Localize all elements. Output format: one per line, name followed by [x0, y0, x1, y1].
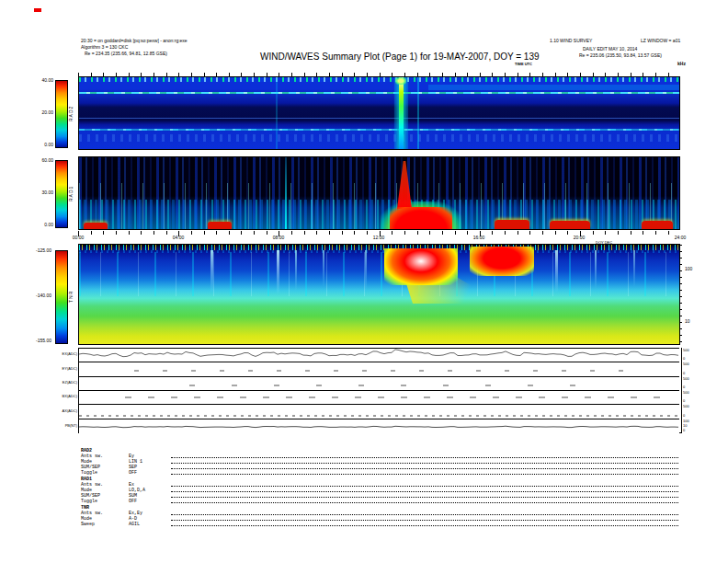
rad2-colorbar [55, 80, 68, 148]
line-panel-ex [79, 348, 679, 362]
rad1-red-patch-3 [495, 220, 529, 229]
header-left-line1: 20:30 = on goddard=disk [pq:so:pexw] - a… [81, 38, 188, 43]
line-panel-ey [79, 362, 679, 377]
tnr-cbar-tick-min: -155.00 [22, 338, 51, 343]
rad2-faint-streak-2 [417, 77, 419, 149]
pb-trace [79, 419, 679, 433]
line-panel-pb [79, 419, 679, 433]
footer-rad2-row-4: Toggle OFF [81, 470, 678, 476]
rad1-cyan-burst [285, 157, 287, 229]
wind-waves-summary-plot: 20:30 = on goddard=disk [pq:so:pexw] - a… [0, 0, 728, 563]
time-tick-0000: 00:00 [73, 235, 85, 240]
ez-trace [79, 377, 679, 391]
header-left-position: Re = 234.35 (235.66, 94.81, 12.85 GSE) [85, 51, 167, 56]
header-right-version: 1.10 WIND SURVEY [550, 38, 592, 43]
dotted-leader [171, 497, 678, 498]
header-right-edit-date: DAILY EDIT MAY 10, 2014 [583, 46, 637, 52]
rad2-midband-line [79, 118, 679, 119]
time-tick-1200: 12:00 [373, 235, 385, 240]
footer-key: Toggle [81, 470, 129, 476]
tnr-cbar-tick-mid: -140.00 [22, 293, 51, 298]
rad2-emission-line-1 [79, 92, 679, 94]
time-tick-2400: 24:00 [675, 235, 687, 240]
rad1-red-patch-1 [84, 223, 108, 229]
rad2-top-speckle [79, 77, 679, 82]
bx-tick-top: 500 [683, 391, 689, 395]
tnr-streak-1 [210, 250, 213, 293]
ax-trace [79, 405, 679, 419]
tnr-cbar-tick-max: -125.00 [22, 247, 51, 253]
tnr-streak-3 [295, 250, 297, 291]
tnr-streak-5 [365, 250, 367, 291]
rad2-emission-line-2 [79, 129, 679, 131]
footer-value: OFF [129, 470, 171, 476]
header-left-line2: Algorithm 3 = 130 CKC [81, 44, 128, 50]
tnr-spectrogram [78, 244, 680, 345]
ax-tick-bot: 0 [683, 414, 685, 418]
tnr-colorbar [55, 250, 68, 344]
dotted-leader [171, 502, 678, 503]
time-tick-2000: 20:00 [574, 235, 586, 240]
rad2-cbar-tick-min: 0.00 [24, 142, 53, 147]
rad1-cbar-tick-max: 60.00 [24, 157, 53, 163]
rad1-red-patch-4 [550, 221, 590, 229]
time-tick-0400: 04:00 [173, 235, 185, 240]
line-panel-label-bx: BX(ADC) [35, 394, 77, 398]
rad1-cbar-tick-mid: 30.00 [24, 190, 53, 195]
line-panel-label-ex: EX(ADC) [35, 351, 77, 356]
ax-tick-top: 500 [683, 405, 689, 408]
tnr-streak-8 [633, 250, 635, 287]
dotted-leader [171, 457, 678, 458]
dotted-leader [171, 520, 678, 521]
line-panel-ax [79, 404, 679, 419]
dotted-leader [171, 514, 678, 515]
rad2-type3-burst [399, 77, 404, 149]
dotted-leader [171, 474, 678, 475]
ex-trace [79, 349, 679, 362]
tnr-panel-label: TNR [68, 250, 74, 342]
footer-value: OFF [129, 499, 171, 504]
rad1-spectrogram [78, 156, 680, 230]
dotted-leader [171, 468, 678, 469]
time-tick-0800: 08:00 [273, 235, 285, 240]
footer-value: AGIL [129, 522, 171, 527]
ey-tick-bot: 0 [683, 372, 685, 375]
rad2-burst-top-blob [395, 77, 406, 85]
dotted-leader [171, 463, 678, 464]
corner-red-mark [34, 8, 41, 12]
tnr-burst-second [470, 247, 534, 276]
line-panel-label-ax: AX(ADC) [35, 408, 77, 413]
rad2-spectrogram [78, 76, 680, 150]
frequency-unit-label: kHz [677, 61, 686, 66]
dotted-leader [171, 491, 678, 492]
pb-tick-bot: 0 [683, 429, 685, 432]
rad1-red-patch-5 [642, 221, 673, 229]
tnr-right-tick-10: 10 [685, 318, 690, 324]
rad2-bright-patch [428, 85, 679, 90]
footer-key: Toggle [81, 499, 129, 504]
line-panel-label-ey: EY(ADC) [35, 366, 77, 371]
ez-tick-bot: 0 [683, 385, 685, 389]
header-right-position: Re = 235.06 (235.50, 93.84, 13.57 GSE) [579, 52, 662, 58]
rad1-red-patch-2 [208, 222, 232, 229]
rad2-cbar-tick-mid: 20.00 [24, 109, 53, 115]
tnr-streak-6 [555, 250, 558, 293]
ex-tick-bot: 0 [683, 357, 685, 361]
bx-tick-bot: 0 [683, 399, 685, 403]
tnr-streak-4 [323, 250, 324, 287]
rad2-panel-label: RAD2 [68, 80, 74, 146]
tnr-streak-7 [595, 250, 597, 289]
header-right-lz: LZ WINDOW = a01 [641, 38, 680, 43]
rad2-faint-streak-1 [276, 77, 278, 149]
ey-trace [79, 362, 679, 377]
tnr-streak-field [79, 252, 679, 296]
tnr-streak-2 [277, 250, 279, 294]
rad2-bottom-speckle [79, 134, 679, 142]
footer-tnr-row-3: Sweep AGIL [81, 522, 678, 527]
time-tick-1600: 16:00 [473, 235, 485, 240]
rad2-cbar-tick-max: 40.00 [24, 77, 53, 83]
line-panel-block [78, 348, 682, 433]
time-axis-unit-label: TIME UTC [515, 62, 532, 66]
dotted-leader [171, 525, 678, 526]
tnr-burst-main [384, 248, 458, 285]
